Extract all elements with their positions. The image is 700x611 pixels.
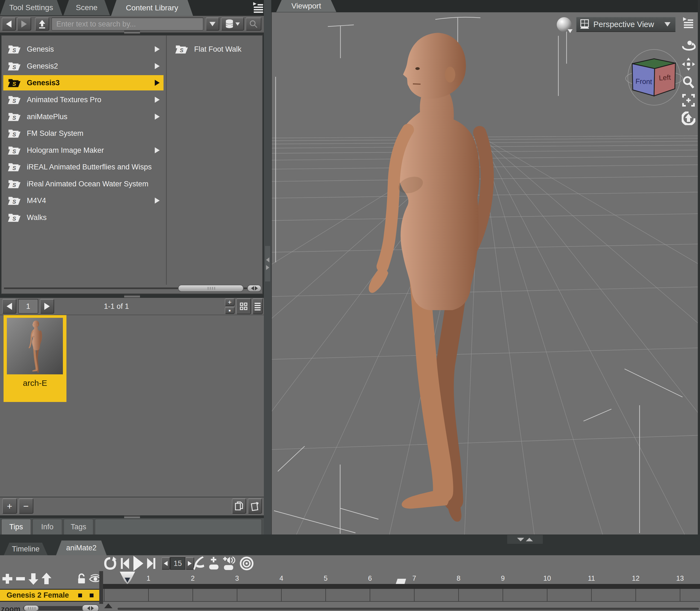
tree-item-label: Hologram Image Maker: [27, 146, 104, 155]
tree-item-genesis2[interactable]: S Genesis2: [3, 59, 163, 74]
add-button[interactable]: +: [2, 498, 17, 514]
loop-icon[interactable]: [104, 557, 116, 570]
search-dropdown-button[interactable]: [206, 17, 219, 31]
panel-splitter[interactable]: [264, 0, 271, 535]
forward-button[interactable]: [17, 17, 31, 31]
tree-item-animateplus[interactable]: S aniMatePlus: [3, 109, 163, 124]
tab-tips[interactable]: Tips: [1, 519, 31, 535]
viewport-pane-menu-icon[interactable]: [682, 16, 695, 29]
tab-animate2[interactable]: aniMate2: [56, 540, 107, 555]
h-scrollbar-thumb[interactable]: [178, 285, 244, 292]
frame-prev-button[interactable]: [161, 557, 170, 570]
ruler-baseline: [103, 584, 700, 589]
tab-viewport[interactable]: Viewport: [276, 0, 336, 12]
chevron-down-icon[interactable]: [568, 29, 572, 33]
move-up-icon[interactable]: [41, 573, 52, 585]
expand-arrow-icon[interactable]: [155, 97, 160, 103]
splitter-grip[interactable]: [124, 31, 140, 34]
search-input[interactable]: [52, 17, 203, 31]
tree-item-genesis3-selected[interactable]: S Genesis3: [3, 75, 163, 90]
expand-arrow-icon[interactable]: [155, 147, 160, 153]
plus-speaker-icon[interactable]: [223, 556, 236, 570]
h-scrollbar-end-buttons[interactable]: [247, 285, 261, 292]
svg-text:S: S: [12, 81, 16, 87]
camera-selector-dropdown[interactable]: Perspective View: [576, 17, 676, 32]
skip-to-end-icon[interactable]: [147, 557, 156, 569]
back-button[interactable]: [2, 17, 16, 31]
skip-to-start-icon[interactable]: [120, 557, 129, 569]
timeline-ruler[interactable]: 1 2 3 4 5 6 7 8 9 10 11 12 13: [103, 571, 700, 584]
thumbnail-arch-e[interactable]: arch-E: [3, 315, 67, 402]
view-orientation-cube[interactable]: Front Left: [622, 45, 685, 108]
zoom-slider-handle[interactable]: [82, 605, 99, 611]
add-track-icon[interactable]: [2, 573, 13, 584]
library-toolbar: [0, 16, 264, 33]
search-go-button[interactable]: [246, 17, 261, 31]
tree-item-flat-foot-walk[interactable]: S Flat Foot Walk: [171, 42, 261, 57]
prev-page-button[interactable]: [2, 299, 16, 314]
database-filter-button[interactable]: [221, 17, 244, 31]
tree-item-hologram-image-maker[interactable]: S Hologram Image Maker: [3, 143, 163, 158]
viewport-3d[interactable]: Perspective View Front Left: [271, 12, 698, 535]
plus-block-icon[interactable]: [208, 556, 220, 570]
move-down-icon[interactable]: [28, 573, 39, 585]
tree-item-walks[interactable]: S Walks: [3, 210, 163, 225]
genesis-figure[interactable]: [369, 33, 487, 522]
range-start-marker[interactable]: [104, 603, 112, 608]
expand-arrow-icon[interactable]: [155, 80, 160, 86]
tab-timeline[interactable]: Timeline: [4, 543, 47, 555]
copy-button[interactable]: [232, 498, 246, 514]
splitter-collapse-handle[interactable]: [265, 246, 270, 281]
next-page-button[interactable]: [40, 299, 54, 314]
ruler-number: 10: [543, 575, 551, 582]
tab-tool-settings[interactable]: Tool Settings: [0, 0, 62, 15]
paste-button[interactable]: [248, 498, 262, 514]
tab-tags[interactable]: Tags: [63, 519, 93, 535]
page-number-field[interactable]: 1: [18, 299, 38, 314]
thumb-size-decrease-button[interactable]: ▪: [225, 307, 235, 314]
frame-number-display[interactable]: 15: [170, 557, 185, 570]
track-flag-icon[interactable]: [90, 594, 93, 597]
tree-item-ireal-ocean[interactable]: S iReal Animated Ocean Water System: [3, 176, 163, 192]
remove-button[interactable]: −: [19, 498, 33, 514]
viewport-collapse-handle[interactable]: [507, 535, 543, 544]
pane-menu-icon[interactable]: [252, 1, 264, 14]
tab-label: Viewport: [291, 2, 321, 10]
zoom-camera-tool[interactable]: [681, 75, 696, 90]
frame-view-tool[interactable]: [681, 93, 696, 108]
playhead[interactable]: [120, 572, 135, 584]
play-icon[interactable]: [133, 556, 143, 571]
database-icon: [225, 19, 234, 29]
expand-arrow-icon[interactable]: [155, 197, 160, 204]
timeline-h-scrollbar[interactable]: [118, 608, 699, 610]
expand-arrow-icon[interactable]: [155, 114, 160, 120]
column-divider[interactable]: [166, 35, 167, 285]
track-header-genesis2female[interactable]: Genesis 2 Female: [0, 589, 99, 602]
thumb-size-increase-button[interactable]: +: [225, 298, 235, 306]
orbit-camera-tool[interactable]: [681, 39, 696, 54]
lock-icon[interactable]: [77, 573, 86, 585]
reset-view-tool[interactable]: [681, 111, 696, 126]
tree-item-animated-textures-pro[interactable]: S Animated Textures Pro: [3, 92, 163, 107]
tree-item-m4v4[interactable]: S M4V4: [3, 193, 163, 208]
tab-content-library[interactable]: Content Library: [111, 0, 193, 16]
remove-track-icon[interactable]: [15, 573, 26, 584]
list-view-button[interactable]: [252, 298, 263, 314]
expand-arrow-icon[interactable]: [155, 46, 160, 52]
tree-item-ireal-butterflies[interactable]: S iREAL Animated Butterflies and Wisps: [3, 159, 163, 175]
high-heel-shoe-icon[interactable]: [193, 556, 205, 570]
grid-view-button[interactable]: [236, 298, 251, 314]
pan-camera-tool[interactable]: [681, 57, 696, 72]
tab-info[interactable]: Info: [32, 519, 62, 535]
tree-item-fm-solar-system[interactable]: S FM Solar System: [3, 126, 163, 141]
track-flag-icon[interactable]: [78, 594, 82, 597]
tab-scene[interactable]: Scene: [63, 0, 110, 15]
svg-text:S: S: [180, 47, 184, 53]
track-cells[interactable]: [103, 589, 700, 602]
target-circles-icon[interactable]: [239, 556, 254, 571]
tree-item-genesis[interactable]: S Genesis: [3, 42, 163, 57]
expand-arrow-icon[interactable]: [155, 63, 160, 69]
loop-end-marker[interactable]: [396, 579, 406, 584]
zoom-slider-grip[interactable]: [24, 605, 39, 611]
up-level-button[interactable]: [35, 17, 49, 31]
